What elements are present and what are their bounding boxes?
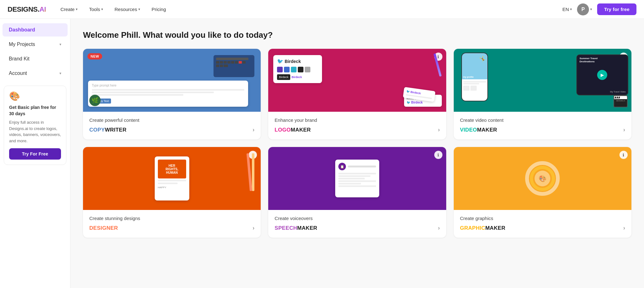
card-logomaker[interactable]: ℹ 🐦 Birdeck bbox=[268, 49, 446, 139]
card-desc-speechmaker: Create voiceovers bbox=[275, 216, 440, 221]
chevron-down-icon: ▾ bbox=[59, 42, 61, 47]
logo[interactable]: DESIGNS.AI bbox=[8, 5, 46, 14]
card-copywriter[interactable]: NEW bbox=[83, 49, 261, 139]
tool-name-designer: DESIGNER bbox=[89, 225, 118, 231]
arrow-icon: › bbox=[253, 225, 254, 231]
card-designer[interactable]: ℹ HERRIGHTS,HUMAN HAPPY bbox=[83, 147, 261, 238]
card-desc-videomaker: Create video content bbox=[460, 117, 625, 123]
chevron-down-icon: ▾ bbox=[138, 7, 140, 11]
arrow-icon: › bbox=[438, 225, 440, 231]
card-desc-designer: Create stunning designs bbox=[89, 216, 254, 221]
info-icon[interactable]: ℹ bbox=[434, 151, 442, 159]
card-image-speechmaker: ℹ 📋 bbox=[268, 147, 446, 210]
card-image-copywriter: NEW bbox=[83, 49, 261, 112]
typewriter-decoration bbox=[214, 55, 254, 77]
user-avatar-wrapper[interactable]: P ▾ bbox=[577, 3, 592, 15]
card-body-logomaker: Enhance your brand LOGOMAKER › bbox=[268, 112, 446, 139]
card-image-graphicmaker: ℹ 🎨 bbox=[454, 147, 631, 210]
card-tool-row-designer: DESIGNER › bbox=[89, 225, 254, 231]
card-image-designer: ℹ HERRIGHTS,HUMAN HAPPY bbox=[83, 147, 261, 210]
phone-mockup: 🤸 my profile bbox=[461, 53, 488, 101]
try-free-button[interactable]: Try for free bbox=[597, 3, 636, 15]
language-selector[interactable]: EN ▾ bbox=[562, 7, 572, 12]
card-image-logomaker: ℹ 🐦 Birdeck bbox=[268, 49, 446, 112]
promo-title: Get Basic plan free for 30 days bbox=[9, 104, 61, 117]
promo-try-free-button[interactable]: Try For Free bbox=[9, 148, 61, 160]
main-content: Welcome Phill. What would you like to do… bbox=[70, 19, 644, 288]
promo-box: 🎨 Get Basic plan free for 30 days Enjoy … bbox=[4, 86, 66, 165]
main-nav: Create ▾ Tools ▾ Resources ▾ Pricing bbox=[56, 4, 562, 14]
sidebar-item-dashboard[interactable]: Dashboard bbox=[3, 23, 68, 37]
tool-name-logomaker: LOGOMAKER bbox=[275, 127, 311, 133]
card-speechmaker[interactable]: ℹ 📋 bbox=[268, 147, 446, 238]
tool-name-copywriter: COPYWRITER bbox=[89, 127, 126, 133]
chevron-down-icon: ▾ bbox=[76, 7, 78, 11]
card-body-graphicmaker: Create graphics GRAPHICMAKER › bbox=[454, 210, 631, 238]
header: DESIGNS.AI Create ▾ Tools ▾ Resources ▾ … bbox=[0, 0, 644, 19]
text-prompt-block: Type prompt here ⎘ Copy Text bbox=[88, 81, 248, 107]
sidebar: Dashboard My Projects ▾ Brand Kit Accoun… bbox=[0, 19, 70, 288]
sidebar-item-account[interactable]: Account ▾ bbox=[3, 67, 68, 80]
chevron-down-icon: ▾ bbox=[59, 71, 61, 76]
card-tool-row-graphicmaker: GRAPHICMAKER › bbox=[460, 225, 625, 231]
nav-pricing[interactable]: Pricing bbox=[147, 4, 170, 14]
card-body-speechmaker: Create voiceovers SPEECHMAKER › bbox=[268, 210, 446, 238]
card-videomaker[interactable]: ℹ 🤸 my profile bbox=[454, 49, 631, 139]
card-body-copywriter: Create powerful content COPYWRITER › bbox=[83, 112, 261, 139]
tool-name-graphicmaker: GRAPHICMAKER bbox=[460, 225, 505, 231]
card-desc-logomaker: Enhance your brand bbox=[275, 117, 440, 123]
card-tool-row-logomaker: LOGOMAKER › bbox=[275, 127, 440, 133]
arrow-icon: › bbox=[623, 225, 625, 231]
nav-tools[interactable]: Tools ▾ bbox=[85, 4, 108, 14]
chevron-down-icon: ▾ bbox=[101, 7, 103, 11]
info-icon[interactable]: ℹ bbox=[619, 151, 628, 159]
card-desc-copywriter: Create powerful content bbox=[89, 117, 254, 123]
chevron-down-icon: ▾ bbox=[570, 7, 572, 11]
new-badge: NEW bbox=[87, 53, 102, 59]
card-desc-graphicmaker: Create graphics bbox=[460, 216, 625, 221]
sidebar-item-brand-kit[interactable]: Brand Kit bbox=[3, 52, 68, 65]
card-tool-row-speechmaker: SPEECHMAKER › bbox=[275, 225, 440, 231]
speechmaker-illustration: 📋 bbox=[268, 147, 446, 210]
clapboard-decoration: DESIGNS.AI bbox=[613, 95, 628, 107]
card-graphicmaker[interactable]: ℹ 🎨 Create graphics bbox=[454, 147, 631, 238]
card-tool-row-copywriter: COPYWRITER › bbox=[89, 127, 254, 133]
designer-illustration: HERRIGHTS,HUMAN HAPPY bbox=[83, 147, 261, 210]
brand-card-illustration: 🐦 Birdeck Birdeck Birdeck bbox=[273, 55, 322, 83]
avatar: P bbox=[577, 3, 589, 15]
tool-name-speechmaker: SPEECHMAKER bbox=[275, 225, 317, 231]
arrow-icon: › bbox=[438, 127, 440, 133]
card-body-designer: Create stunning designs DESIGNER › bbox=[83, 210, 261, 238]
logo-text: DESIGNS. bbox=[8, 5, 39, 14]
promo-icon: 🎨 bbox=[9, 91, 61, 101]
header-right: EN ▾ P ▾ Try for free bbox=[562, 3, 636, 15]
logo-ai-suffix: AI bbox=[39, 5, 46, 14]
nav-create[interactable]: Create ▾ bbox=[56, 4, 82, 14]
plant-decoration: 🌿 bbox=[89, 95, 101, 106]
sidebar-item-my-projects[interactable]: My Projects ▾ bbox=[3, 38, 68, 51]
promo-description: Enjoy full access in Designs.ai to creat… bbox=[9, 119, 61, 144]
nav-resources[interactable]: Resources ▾ bbox=[110, 4, 145, 14]
card-tool-row-videomaker: VIDEOMAKER › bbox=[460, 127, 625, 133]
cards-grid: NEW bbox=[83, 49, 631, 238]
arrow-icon: › bbox=[253, 127, 254, 133]
welcome-title: Welcome Phill. What would you like to do… bbox=[83, 30, 631, 40]
arrow-icon: › bbox=[623, 127, 625, 133]
main-layout: Dashboard My Projects ▾ Brand Kit Accoun… bbox=[0, 19, 644, 288]
chevron-down-icon: ▾ bbox=[590, 7, 592, 11]
card-image-videomaker: ℹ 🤸 my profile bbox=[454, 49, 631, 112]
card-body-videomaker: Create video content VIDEOMAKER › bbox=[454, 112, 631, 139]
tablet-mockup: Summer TravelDestinations ▶ My Travel Vi… bbox=[576, 54, 628, 95]
graphicmaker-illustration: 🎨 bbox=[454, 147, 631, 210]
tool-name-videomaker: VIDEOMAKER bbox=[460, 127, 497, 133]
